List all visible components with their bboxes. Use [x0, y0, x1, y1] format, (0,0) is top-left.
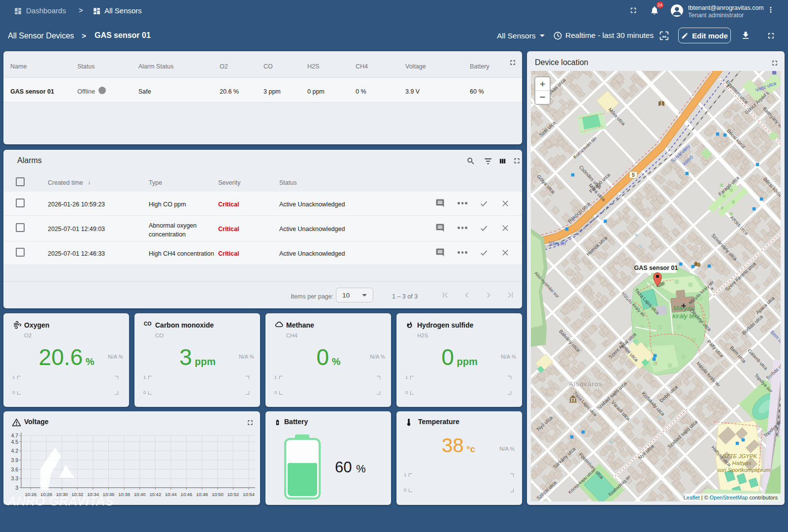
svg-text:10:44: 10:44: [165, 492, 177, 497]
svg-text:10:48: 10:48: [196, 492, 208, 497]
svg-text:király tér: király tér: [672, 312, 697, 320]
svg-text:3: 3: [15, 485, 18, 491]
svg-text:+: +: [540, 79, 545, 89]
svg-text:Leaflet | © OpenStreetMap cont: Leaflet | © OpenStreetMap contributors: [684, 495, 778, 500]
svg-text:SZTE JGYPK: SZTE JGYPK: [722, 453, 758, 459]
svg-text:10:54: 10:54: [243, 492, 255, 497]
svg-text:Vám tér: Vám tér: [549, 241, 566, 246]
svg-text:10:52: 10:52: [228, 492, 239, 497]
svg-text:10:42: 10:42: [149, 492, 161, 497]
svg-text:GAS sensor 01: GAS sensor 01: [634, 265, 678, 271]
svg-text:4.7: 4.7: [11, 432, 18, 438]
svg-text:Alsóváros: Alsóváros: [569, 380, 602, 388]
svg-text:Mátyás: Mátyás: [673, 304, 694, 312]
svg-text:sori Sportkomplexum: sori Sportkomplexum: [717, 467, 770, 473]
svg-text:10:38: 10:38: [118, 492, 130, 497]
svg-text:5: 5: [632, 172, 635, 178]
svg-text:Hattyas: Hattyas: [732, 460, 752, 466]
svg-text:4.2: 4.2: [11, 448, 18, 454]
svg-text:10:50: 10:50: [212, 492, 224, 497]
svg-text:3.6: 3.6: [11, 466, 18, 472]
svg-text:CO: CO: [144, 321, 152, 327]
svg-text:3.3: 3.3: [11, 475, 18, 481]
svg-text:10:40: 10:40: [134, 492, 146, 497]
svg-text:4.5: 4.5: [11, 439, 18, 445]
svg-text:3.9: 3.9: [11, 457, 18, 463]
svg-text:−: −: [539, 91, 545, 102]
svg-text:10:46: 10:46: [181, 492, 193, 497]
